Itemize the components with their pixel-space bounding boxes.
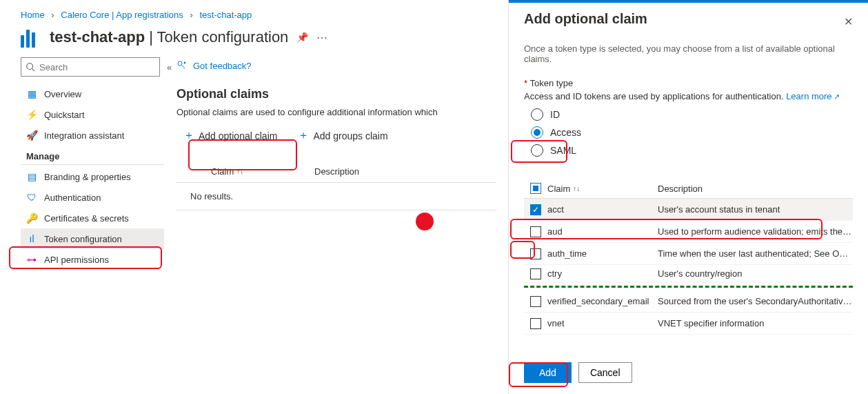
sidebar-item-overview[interactable]: ▦ Overview bbox=[21, 83, 164, 104]
sidebar-item-integration[interactable]: 🚀 Integration assistant bbox=[21, 125, 164, 146]
panel-col-desc[interactable]: Description bbox=[658, 184, 853, 194]
collapse-sidebar-icon[interactable]: « bbox=[167, 62, 172, 72]
sidebar-section-manage: Manage bbox=[21, 146, 164, 165]
claim-row[interactable]: ✓ acct User's account status in tenant bbox=[524, 199, 853, 221]
svg-point-3 bbox=[184, 62, 186, 64]
radio-saml[interactable]: SAML bbox=[531, 141, 853, 159]
external-link-icon: ↗ bbox=[834, 92, 840, 101]
claim-desc: User's account status in tenant bbox=[658, 204, 853, 215]
svg-line-1 bbox=[32, 69, 35, 72]
sidebar-label: API permissions bbox=[44, 255, 109, 265]
feedback-label: Got feedback? bbox=[193, 61, 252, 71]
checkbox-header-icon[interactable] bbox=[530, 183, 541, 194]
branding-icon: ▤ bbox=[26, 171, 37, 182]
radio-label: ID bbox=[550, 109, 560, 120]
token-hint: Access and ID tokens are used by applica… bbox=[524, 91, 853, 101]
search-input[interactable] bbox=[39, 62, 155, 72]
claim-row[interactable]: ctry User's country/region bbox=[524, 265, 853, 283]
no-results-row: No results. bbox=[176, 183, 496, 210]
token-type-label: * Token type bbox=[524, 78, 853, 88]
rocket-icon: 🚀 bbox=[26, 130, 37, 141]
claims-table: Claim↑↓ Description No results. bbox=[176, 161, 496, 210]
sidebar-item-quickstart[interactable]: ⚡ Quickstart bbox=[21, 104, 164, 125]
svg-point-2 bbox=[178, 61, 182, 66]
sidebar-item-api[interactable]: ⊶ API permissions bbox=[21, 249, 164, 270]
checkbox-icon[interactable] bbox=[530, 296, 541, 307]
checkbox-icon[interactable]: ✓ bbox=[530, 204, 541, 215]
api-icon: ⊶ bbox=[26, 254, 37, 265]
radio-icon bbox=[531, 126, 543, 139]
panel-intro: Once a token type is selected, you may c… bbox=[524, 43, 853, 64]
add-groups-claim-button[interactable]: ＋ Add groups claim bbox=[291, 124, 394, 147]
checkbox-icon[interactable] bbox=[530, 318, 541, 329]
sidebar-item-branding[interactable]: ▤ Branding & properties bbox=[21, 166, 164, 187]
more-icon[interactable]: ⋯ bbox=[316, 31, 328, 44]
overview-icon: ▦ bbox=[26, 88, 37, 99]
claim-row[interactable]: aud Used to perform audience validation;… bbox=[524, 221, 853, 243]
radio-access[interactable]: Access bbox=[531, 124, 853, 141]
breadcrumb-l2[interactable]: test-chat-app bbox=[199, 10, 252, 20]
claim-row[interactable]: vnet VNET specifier information bbox=[524, 313, 853, 335]
sidebar-search[interactable] bbox=[21, 57, 160, 77]
claim-name: acct bbox=[547, 204, 658, 215]
sidebar-item-token[interactable]: ıl Token configuration bbox=[21, 228, 164, 249]
plus-icon: ＋ bbox=[298, 128, 309, 143]
claim-name: vnet bbox=[547, 318, 658, 328]
action-label: Add groups claim bbox=[313, 130, 387, 141]
claim-row[interactable]: auth_time Time when the user last authen… bbox=[524, 243, 853, 265]
sidebar-label: Certificates & secrets bbox=[44, 213, 129, 224]
breadcrumb-l1[interactable]: Calero Core | App registrations bbox=[61, 10, 183, 20]
auth-icon: 🛡 bbox=[26, 192, 37, 203]
sort-icon: ↑↓ bbox=[236, 168, 243, 175]
checkbox-icon[interactable] bbox=[530, 226, 541, 237]
claim-desc: User's country/region bbox=[658, 268, 853, 279]
claim-row[interactable]: verified_secondary_email Sourced from th… bbox=[524, 290, 853, 313]
radio-icon bbox=[531, 108, 543, 121]
section-desc: Optional claims are used to configure ad… bbox=[176, 107, 496, 117]
action-label: Add optional claim bbox=[199, 130, 277, 141]
sidebar-label: Branding & properties bbox=[44, 172, 131, 182]
sidebar-label: Authentication bbox=[44, 193, 101, 203]
add-optional-claim-button[interactable]: ＋ Add optional claim bbox=[176, 124, 284, 147]
claim-desc: Time when the user last authenticated; S… bbox=[658, 248, 853, 259]
learn-more-link[interactable]: Learn more↗ bbox=[786, 91, 839, 101]
page-title: test-chat-app | Token configuration bbox=[50, 28, 288, 46]
claim-name: verified_secondary_email bbox=[547, 296, 658, 306]
claim-desc: VNET specifier information bbox=[658, 318, 853, 328]
checkbox-icon[interactable] bbox=[530, 268, 541, 279]
panel-col-claim[interactable]: Claim ↑↓ bbox=[547, 184, 658, 194]
feedback-icon bbox=[176, 60, 188, 71]
claim-name: auth_time bbox=[547, 248, 658, 259]
checkbox-icon[interactable] bbox=[530, 248, 541, 259]
col-desc[interactable]: Description bbox=[314, 166, 359, 177]
sidebar-item-authentication[interactable]: 🛡 Authentication bbox=[21, 187, 164, 208]
token-icon: ıl bbox=[26, 233, 37, 244]
breadcrumb: Home › Calero Core | App registrations ›… bbox=[21, 10, 503, 20]
radio-label: SAML bbox=[550, 145, 576, 156]
sidebar-label: Integration assistant bbox=[44, 130, 124, 141]
claim-desc: Sourced from the user's SecondaryAuthori… bbox=[658, 296, 853, 306]
sidebar-label: Token configuration bbox=[44, 234, 122, 244]
annotation-dot bbox=[416, 213, 434, 230]
sort-icon: ↑↓ bbox=[573, 185, 580, 193]
pin-icon[interactable]: 📌 bbox=[296, 32, 308, 43]
radio-label: Access bbox=[550, 127, 581, 138]
panel-claims-table: Claim ↑↓ Description ✓ acct User's accou… bbox=[524, 179, 853, 335]
key-icon: 🔑 bbox=[26, 213, 37, 224]
claim-name: aud bbox=[547, 226, 658, 237]
radio-id[interactable]: ID bbox=[531, 106, 853, 124]
search-icon bbox=[26, 62, 35, 72]
feedback-link[interactable]: Got feedback? bbox=[176, 57, 496, 75]
sidebar-label: Quickstart bbox=[44, 110, 85, 120]
sidebar-item-certs[interactable]: 🔑 Certificates & secrets bbox=[21, 208, 164, 228]
cut-line bbox=[524, 286, 853, 288]
breadcrumb-home[interactable]: Home bbox=[21, 10, 45, 20]
claim-name: ctry bbox=[547, 268, 658, 279]
claim-desc: Used to perform audience validation; emi… bbox=[658, 226, 853, 237]
add-claim-panel: Add optional claim ✕ Once a token type i… bbox=[508, 0, 868, 394]
cancel-button[interactable]: Cancel bbox=[578, 362, 632, 383]
close-icon[interactable]: ✕ bbox=[844, 15, 853, 28]
add-button[interactable]: Add bbox=[524, 362, 572, 383]
col-claim[interactable]: Claim↑↓ bbox=[176, 166, 314, 177]
section-title: Optional claims bbox=[176, 87, 496, 101]
